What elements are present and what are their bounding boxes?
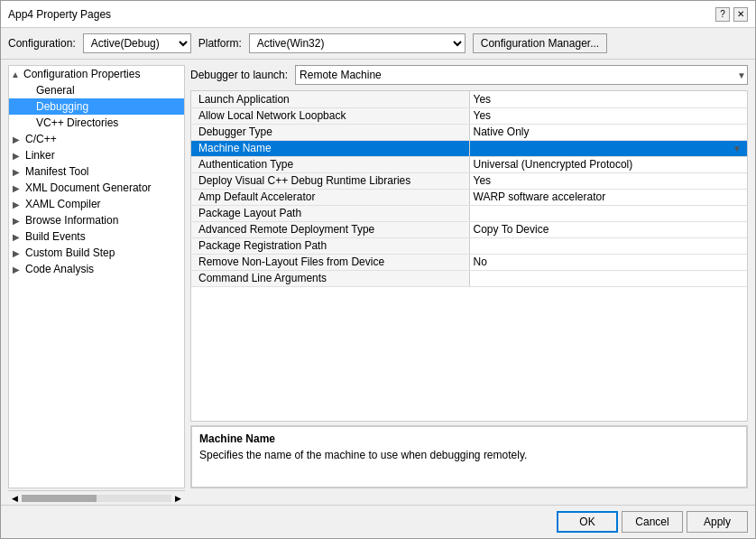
table-row-deploy-libs[interactable]: Deploy Visual C++ Debug Runtime Librarie… (191, 172, 747, 189)
prop-name-launch-app: Launch Application (191, 91, 469, 107)
tree-arrow-c-cpp: ▶ (13, 135, 23, 144)
table-row-pkg-reg-path[interactable]: Package Registration Path (191, 237, 747, 254)
prop-value-pkg-layout (469, 205, 747, 221)
dialog-title: App4 Property Pages (8, 8, 111, 21)
sidebar: ▲ Configuration Properties General Debug… (8, 65, 185, 488)
ok-button[interactable]: OK (557, 511, 618, 533)
right-panel: Debugger to launch: Remote Machine ▼ Lau… (190, 65, 748, 488)
prop-value-remove-nonlayout: No (469, 254, 747, 270)
prop-name-remove-nonlayout: Remove Non-Layout Files from Device (191, 254, 469, 270)
sidebar-item-browse[interactable]: ▶ Browse Information (9, 212, 184, 228)
prop-name-deploy-libs: Deploy Visual C++ Debug Runtime Librarie… (191, 172, 469, 189)
tree-arrow-build-events: ▶ (13, 232, 23, 242)
apply-button[interactable]: Apply (687, 511, 748, 533)
scroll-track (22, 495, 171, 502)
main-content: ▲ Configuration Properties General Debug… (1, 60, 755, 494)
prop-name-auth: Authentication Type (191, 156, 469, 172)
config-select[interactable]: Active(Debug) (83, 33, 191, 53)
tree-arrow-config: ▲ (11, 70, 22, 79)
platform-label: Platform: (198, 37, 242, 50)
title-bar: App4 Property Pages ? ✕ (1, 1, 755, 28)
tree-arrow-linker: ▶ (13, 151, 23, 161)
scroll-left-arrow[interactable]: ◀ (10, 494, 20, 503)
debugger-select-container: Remote Machine ▼ (295, 65, 748, 85)
prop-value-adv-remote: Copy To Device (469, 221, 747, 237)
tree-arrow-code-analysis: ▶ (13, 265, 23, 274)
bottom-bar: OK Cancel Apply (1, 505, 755, 538)
info-description: Specifies the name of the machine to use… (199, 449, 739, 461)
prop-name-adv-remote: Advanced Remote Deployment Type (191, 221, 469, 237)
tree-arrow-general (23, 86, 34, 96)
tree-arrow-vc (23, 118, 34, 128)
sidebar-item-label-build-events: Build Events (25, 230, 86, 243)
props-table-container: Launch Application Yes Allow Local Netwo… (190, 90, 748, 422)
prop-value-deploy-libs: Yes (469, 172, 747, 189)
sidebar-item-vc-dirs[interactable]: VC++ Directories (9, 115, 184, 131)
sidebar-item-label-vc: VC++ Directories (36, 116, 118, 129)
config-bar: Configuration: Active(Debug) Platform: A… (1, 28, 755, 60)
tree-arrow-xml: ▶ (13, 183, 23, 193)
table-row-launch-app[interactable]: Launch Application Yes (191, 91, 747, 107)
sidebar-item-xml-doc[interactable]: ▶ XML Document Generator (9, 180, 184, 196)
debugger-row: Debugger to launch: Remote Machine ▼ (190, 65, 748, 85)
config-manager-button[interactable]: Configuration Manager... (473, 33, 607, 53)
sidebar-item-label-code-analysis: Code Analysis (25, 263, 94, 275)
machine-name-dropdown-icon[interactable]: ▼ (733, 144, 742, 153)
platform-select[interactable]: Active(Win32) (249, 33, 466, 53)
sidebar-item-xaml[interactable]: ▶ XAML Compiler (9, 196, 184, 212)
prop-name-loopback: Allow Local Network Loopback (191, 107, 469, 124)
table-row-cmd-args[interactable]: Command Line Arguments (191, 270, 747, 286)
tree-arrow-debugging (23, 102, 34, 112)
prop-value-loopback: Yes (469, 107, 747, 124)
cancel-button[interactable]: Cancel (622, 511, 683, 533)
close-button[interactable]: ✕ (733, 7, 748, 22)
sidebar-item-label-custom-build: Custom Build Step (25, 246, 115, 259)
tree-arrow-manifest: ▶ (13, 167, 23, 177)
sidebar-item-debugging[interactable]: Debugging (9, 98, 184, 115)
debugger-select[interactable]: Remote Machine (295, 65, 748, 85)
sidebar-item-code-analysis[interactable]: ▶ Code Analysis (9, 261, 184, 277)
sidebar-item-label-manifest: Manifest Tool (25, 165, 88, 178)
sidebar-item-c-cpp[interactable]: ▶ C/C++ (9, 131, 184, 147)
prop-value-debugger-type: Native Only (469, 124, 747, 140)
title-bar-controls: ? ✕ (715, 7, 748, 22)
prop-name-pkg-reg: Package Registration Path (191, 237, 469, 254)
table-row-amp-accel[interactable]: Amp Default Accelerator WARP software ac… (191, 189, 747, 205)
sidebar-scrollbar[interactable]: ◀ ▶ (8, 490, 185, 505)
tree-arrow-xaml: ▶ (13, 200, 23, 209)
table-row-adv-remote[interactable]: Advanced Remote Deployment Type Copy To … (191, 221, 747, 237)
tree-arrow-browse: ▶ (13, 216, 23, 226)
prop-name-cmd-args: Command Line Arguments (191, 270, 469, 286)
sidebar-item-label-browse: Browse Information (25, 214, 118, 227)
table-row-pkg-layout[interactable]: Package Layout Path (191, 205, 747, 221)
table-row-allow-loopback[interactable]: Allow Local Network Loopback Yes (191, 107, 747, 124)
prop-name-debugger-type: Debugger Type (191, 124, 469, 140)
props-table: Launch Application Yes Allow Local Netwo… (191, 91, 747, 287)
help-button[interactable]: ? (715, 7, 730, 22)
prop-name-pkg-layout: Package Layout Path (191, 205, 469, 221)
sidebar-item-manifest-tool[interactable]: ▶ Manifest Tool (9, 163, 184, 180)
table-row-remove-nonlayout[interactable]: Remove Non-Layout Files from Device No (191, 254, 747, 270)
prop-name-machine-name: Machine Name (191, 140, 469, 156)
sidebar-item-label-debugging: Debugging (36, 100, 88, 113)
tree-arrow-custom-build: ▶ (13, 248, 23, 258)
sidebar-item-label-linker: Linker (25, 149, 55, 162)
debugger-label: Debugger to launch: (190, 69, 288, 81)
prop-value-launch-app: Yes (469, 91, 747, 107)
sidebar-item-config-props[interactable]: ▲ Configuration Properties (9, 66, 184, 82)
sidebar-item-build-events[interactable]: ▶ Build Events (9, 228, 184, 245)
prop-value-auth: Universal (Unencrypted Protocol) (469, 156, 747, 172)
prop-value-machine-name: ▼ (469, 140, 747, 156)
sidebar-item-label-general: General (36, 84, 75, 97)
sidebar-item-custom-build[interactable]: ▶ Custom Build Step (9, 245, 184, 261)
sidebar-item-label-xml: XML Document Generator (25, 181, 152, 194)
info-panel: Machine Name Specifies the name of the m… (190, 425, 748, 488)
sidebar-item-linker[interactable]: ▶ Linker (9, 147, 184, 163)
scroll-right-arrow[interactable]: ▶ (173, 494, 183, 503)
table-row-auth-type[interactable]: Authentication Type Universal (Unencrypt… (191, 156, 747, 172)
machine-name-value-row: ▼ (474, 144, 744, 153)
sidebar-item-general[interactable]: General (9, 82, 184, 98)
sidebar-item-label-xaml: XAML Compiler (25, 198, 101, 210)
table-row-machine-name[interactable]: Machine Name ▼ (191, 140, 747, 156)
table-row-debugger-type[interactable]: Debugger Type Native Only (191, 124, 747, 140)
